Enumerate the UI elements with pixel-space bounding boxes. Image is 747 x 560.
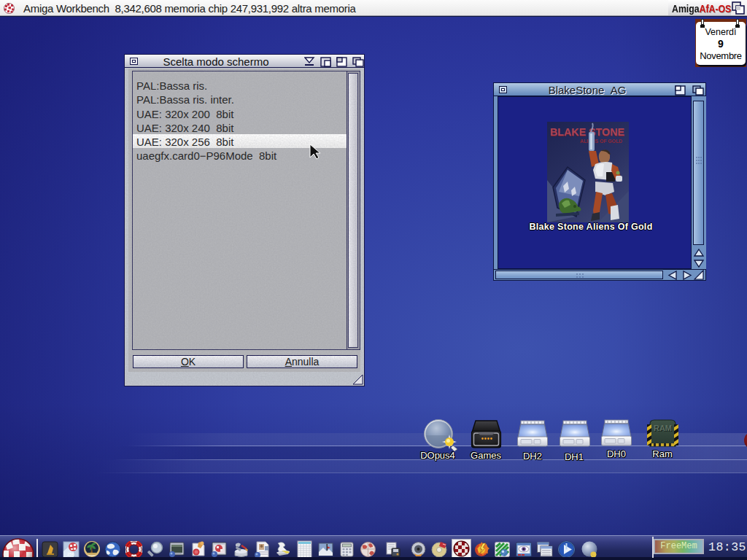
svg-text:BLAKE STONE: BLAKE STONE <box>550 125 624 138</box>
svg-text:256: 256 <box>67 552 75 556</box>
svg-text:RAM: RAM <box>654 424 672 432</box>
svg-text:ALIENS OF GOLD: ALIENS OF GOLD <box>580 139 622 144</box>
svg-text:miami: miami <box>88 554 96 557</box>
